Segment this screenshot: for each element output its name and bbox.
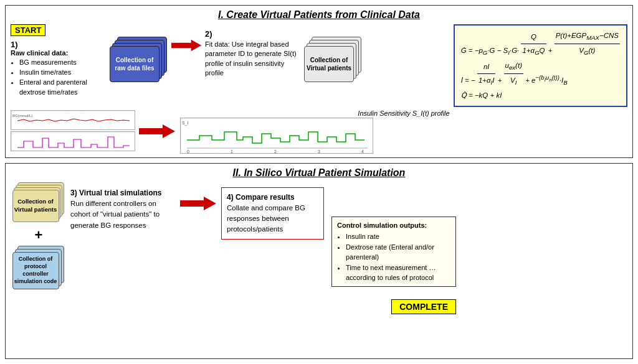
- bullet-bg: BG measurements: [19, 58, 107, 68]
- chart-arrow: [139, 123, 176, 140]
- bullet-dextrose: Enteral and parenteral dextrose time/rat…: [19, 78, 107, 98]
- cs-item-2: Dextrose rate (Enteral and/or parenteral…: [346, 242, 450, 263]
- step4-box: 4) Compare results Collate and compare B…: [221, 187, 324, 240]
- raw-data-stack: Collection of raw data files: [110, 37, 169, 86]
- svg-text:1: 1: [231, 149, 233, 154]
- step2-number: 2): [205, 29, 302, 39]
- svg-marker-13: [180, 197, 216, 210]
- cs-item-1: Insulin rate: [346, 231, 450, 242]
- complete-container: COMPLETE: [331, 292, 456, 314]
- chart-left: BG(mmol/L): [11, 110, 135, 152]
- control-sim-list: Insulin rate Dextrose rate (Enteral and/…: [337, 231, 450, 283]
- section-2: II. In Silico Virtual Patient Simulation…: [5, 163, 633, 359]
- protocol-stack: Collection of protocol controller simula…: [12, 246, 65, 292]
- step1-box: START 1) Raw clinical data: BG measureme…: [11, 24, 107, 98]
- svg-text:2: 2: [274, 149, 277, 154]
- step2-box: 2) Fit data: Use integral based paramete…: [205, 29, 302, 78]
- section-2-content: Collection of Virtual patients + Collect…: [11, 182, 627, 314]
- step1-number: 1): [11, 40, 107, 49]
- svg-text:0: 0: [187, 149, 189, 154]
- virtual-patients-stack: Collection of Virtual patients: [304, 37, 363, 86]
- svg-marker-4: [139, 124, 175, 138]
- complete-badge: COMPLETE: [391, 299, 456, 314]
- vp-stack-ii: Collection of Virtual patients: [12, 182, 65, 225]
- formula-line3: Q̇ = −kQ + kI: [461, 89, 620, 102]
- step3-text: Virtual trial simulations: [79, 189, 161, 197]
- charts-row: BG(mmol/L): [11, 110, 627, 154]
- svg-text:S_I: S_I: [182, 121, 189, 126]
- si-chart: S_I 0 1 2 3 4: [180, 118, 373, 154]
- section-1-title: I. Create Virtual Patients from Clinical…: [11, 9, 627, 21]
- formula-line1: Ġ = −pG·G − SI·G· Q 1+αGQ + P(t)+EGPMAX−…: [461, 29, 620, 58]
- step4-text: Collate and compare BG responses between…: [227, 203, 318, 235]
- start-badge: START: [11, 24, 45, 36]
- svg-marker-0: [171, 40, 201, 51]
- insulin-chart: [11, 131, 135, 151]
- right-column: Control simulation outputs: Insulin rate…: [331, 182, 456, 314]
- step1-bullets: BG measurements Insulin time/rates Enter…: [11, 58, 107, 98]
- formula-box: Ġ = −pG·G − SI·G· Q 1+αGQ + P(t)+EGPMAX−…: [454, 24, 627, 107]
- bg-chart: BG(mmol/L): [11, 110, 135, 130]
- svg-text:3: 3: [318, 149, 320, 154]
- control-sim-box: Control simulation outputs: Insulin rate…: [331, 217, 456, 287]
- pc-card-front: Collection of protocol controller simula…: [12, 252, 59, 289]
- chart-right: Insulin Sensitivity S_I(t) profile S_I 0…: [180, 110, 627, 154]
- bullet-insulin: Insulin time/rates: [19, 68, 107, 78]
- raw-data-card-front: Collection of raw data files: [110, 46, 160, 82]
- vp-ii-card-front: Collection of Virtual patients: [12, 190, 59, 222]
- control-sim-title: Control simulation outputs:: [337, 220, 450, 231]
- arrow-1: [171, 37, 202, 54]
- step3-box: 3) Virtual trial simulations Run differe…: [70, 187, 176, 231]
- svg-text:BG(mmol/L): BG(mmol/L): [12, 114, 32, 118]
- vp-card-front: Collection of Virtual patients: [304, 46, 354, 82]
- step3-number: 3): [70, 189, 79, 197]
- cs-item-3: Time to next measurement …according to r…: [346, 263, 450, 283]
- section-2-title: II. In Silico Virtual Patient Simulation: [11, 167, 627, 179]
- formula-line2: İ = − nI 1+αII + uex(t) VI + e−(bIun(t))…: [461, 59, 620, 88]
- left-column: Collection of Virtual patients + Collect…: [11, 182, 67, 292]
- arrow-2: [180, 195, 217, 212]
- step2-text: Fit data: Use integral based parameter I…: [205, 40, 302, 78]
- si-chart-title: Insulin Sensitivity S_I(t) profile: [180, 110, 627, 117]
- svg-text:4: 4: [361, 149, 364, 154]
- section-1: I. Create Virtual Patients from Clinical…: [5, 5, 633, 158]
- step3-detail: Run different controllers on cohort of "…: [70, 200, 160, 229]
- step4-number: 4) Compare results: [227, 192, 318, 203]
- step1-label: Raw clinical data:: [11, 49, 107, 57]
- plus-sign: +: [35, 227, 43, 243]
- main-container: I. Create Virtual Patients from Clinical…: [0, 0, 638, 364]
